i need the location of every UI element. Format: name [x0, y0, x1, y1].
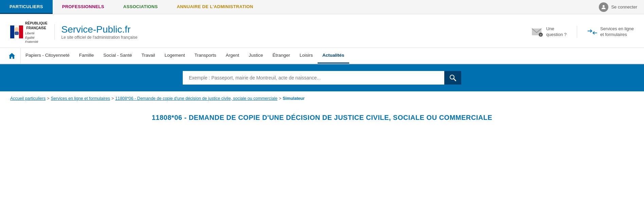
nav-social[interactable]: Social - Santé	[99, 48, 137, 64]
site-title-block: Service-Public.fr Le site officiel de l'…	[54, 24, 138, 40]
question-text: Une question ?	[546, 26, 567, 38]
nav-justice[interactable]: Justice	[244, 48, 268, 64]
search-section	[0, 64, 644, 91]
site-title: Service-Public.fr	[61, 24, 138, 35]
nav-transports[interactable]: Transports	[190, 48, 221, 64]
breadcrumb: Accueil particuliers > Services en ligne…	[0, 91, 644, 106]
services-action[interactable]: Services en ligne et formulaires	[587, 26, 634, 38]
header: RÉPUBLIQUE FRANÇAISE Liberté Égalité Fra…	[0, 14, 644, 48]
search-bar	[183, 71, 461, 85]
page-title: 11808*06 - DEMANDE DE COPIE D'UNE DÉCISI…	[10, 112, 634, 123]
svg-text:?: ?	[540, 34, 542, 37]
svg-point-0	[603, 5, 605, 7]
breadcrumb-sep-1: >	[47, 96, 49, 101]
marianne-icon	[10, 25, 23, 38]
site-subtitle: Le site officiel de l'administration fra…	[61, 35, 138, 40]
breadcrumb-services[interactable]: Services en ligne et formulaires	[51, 96, 110, 101]
page-title-section: 11808*06 - DEMANDE DE COPIE D'UNE DÉCISI…	[0, 106, 644, 126]
tab-associations[interactable]: ASSOCIATIONS	[114, 0, 167, 14]
header-left: RÉPUBLIQUE FRANÇAISE Liberté Égalité Fra…	[10, 20, 138, 44]
svg-marker-9	[9, 53, 15, 59]
question-action[interactable]: ? Une question ?	[531, 26, 567, 38]
breadcrumb-formulaire[interactable]: 11808*06 - Demande de copie d'une décisi…	[115, 96, 278, 101]
nav-etranger[interactable]: Étranger	[268, 48, 295, 64]
republic-logo: RÉPUBLIQUE FRANÇAISE Liberté Égalité Fra…	[10, 20, 48, 44]
tab-particuliers[interactable]: PARTICULIERS	[0, 0, 53, 14]
nav-items: Papiers - Citoyenneté Famille Social - S…	[21, 48, 641, 64]
top-nav-tabs: PARTICULIERS PROFESSIONNELS ASSOCIATIONS…	[0, 0, 599, 14]
tab-annuaire[interactable]: ANNUAIRE DE L'ADMINISTRATION	[167, 0, 263, 14]
svg-rect-3	[19, 25, 23, 38]
header-divider	[577, 26, 577, 38]
main-navigation: Papiers - Citoyenneté Famille Social - S…	[0, 48, 644, 64]
svg-line-11	[454, 79, 456, 81]
avatar-icon	[599, 2, 608, 12]
nav-argent[interactable]: Argent	[221, 48, 244, 64]
header-right: ? Une question ? Services en ligne et fo…	[531, 26, 634, 38]
nav-logement[interactable]: Logement	[160, 48, 190, 64]
search-button[interactable]	[444, 71, 461, 85]
svg-rect-5	[15, 32, 19, 35]
top-navigation: PARTICULIERS PROFESSIONNELS ASSOCIATIONS…	[0, 0, 644, 14]
arrows-icon	[587, 29, 597, 35]
nav-famille[interactable]: Famille	[74, 48, 99, 64]
nav-travail[interactable]: Travail	[137, 48, 160, 64]
login-area[interactable]: Se connecter	[599, 0, 644, 14]
svg-rect-1	[10, 25, 14, 38]
services-text: Services en ligne et formulaires	[600, 26, 634, 38]
breadcrumb-accueil[interactable]: Accueil particuliers	[10, 96, 46, 101]
breadcrumb-current: Simulateur	[283, 96, 305, 101]
nav-papiers[interactable]: Papiers - Citoyenneté	[21, 48, 74, 64]
breadcrumb-sep-3: >	[279, 96, 281, 101]
home-button[interactable]	[3, 48, 21, 64]
tab-professionnels[interactable]: PROFESSIONNELS	[53, 0, 114, 14]
breadcrumb-sep-2: >	[111, 96, 114, 101]
mail-question-icon: ?	[531, 27, 543, 37]
svg-point-4	[15, 27, 19, 32]
search-icon	[449, 74, 456, 81]
login-label: Se connecter	[611, 4, 637, 10]
nav-actualites[interactable]: Actualités	[318, 48, 349, 64]
search-input[interactable]	[183, 71, 444, 85]
nav-loisirs[interactable]: Loisirs	[295, 48, 318, 64]
